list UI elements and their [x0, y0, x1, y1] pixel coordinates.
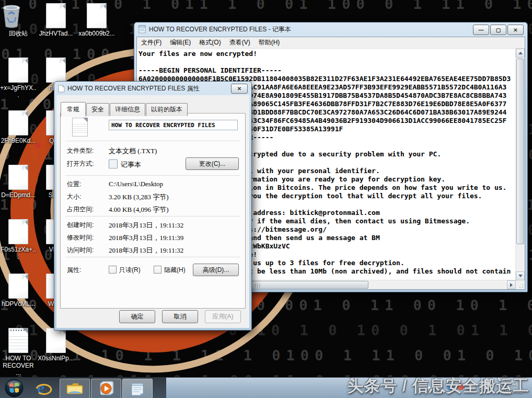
menu-item[interactable]: 编辑(E) — [166, 37, 195, 48]
menu-item[interactable]: 查看(V) — [225, 37, 255, 48]
general-tab-page: 文件类型: 文本文档 (.TXT) 打开方式: 记事本 更改(C)... 位置:… — [60, 113, 246, 309]
notepad-menubar: 文件(F)编辑(E)格式(O)查看(V)帮助(H) — [137, 37, 525, 49]
windows-explorer-button[interactable] — [60, 379, 90, 398]
open-with-label: 打开方式: — [67, 160, 94, 168]
tab-inactive[interactable]: 安全 — [86, 103, 109, 116]
desktop-icon-label: 2Fh9E0Kd... — [0, 137, 37, 144]
file-icon — [46, 3, 66, 28]
modified-label: 修改时间: — [67, 233, 94, 242]
file-icon — [8, 58, 28, 83]
desktop: 1 0 110 0 1 011 1 0 01 100 0 1 11 0 10 1… — [0, 0, 532, 398]
scroll-up-button[interactable] — [516, 49, 525, 58]
desktop-icon-label: F0s51zXa+... — [0, 246, 37, 260]
desktop-icon[interactable]: X0ssNnlPp... — [38, 328, 74, 362]
size-label: 大小: — [67, 192, 81, 201]
attributes-label: 属性: — [67, 266, 81, 275]
menu-item[interactable]: 格式(O) — [195, 37, 225, 48]
file-icon — [8, 165, 28, 190]
apply-button[interactable]: 应用(A) — [205, 310, 241, 323]
desktop-icon-label: JhzHVTad... — [38, 30, 74, 37]
close-button[interactable]: ✕ — [507, 25, 524, 35]
readonly-checkbox[interactable] — [109, 266, 117, 274]
maximize-button[interactable]: ▢ — [490, 25, 506, 35]
notepad-icon — [138, 25, 146, 33]
desktop-icon[interactable]: +x=JgFhYX... — [0, 58, 37, 99]
scroll-right-button[interactable] — [507, 280, 516, 289]
properties-dialog[interactable]: HOW TO RECOVER ENCRYPTED FILES 属性 ✕ 常规安全… — [54, 81, 252, 331]
cancel-button[interactable]: 取消 — [162, 310, 198, 323]
readonly-label: 只读(R) — [119, 266, 141, 274]
desktop-icon[interactable]: F0s51zXa+... — [0, 219, 37, 260]
desktop-icon[interactable]: hDPVcML... — [0, 274, 37, 308]
size-on-disk-label: 占用空间: — [67, 205, 94, 214]
file-type-label: 文件类型: — [67, 146, 94, 155]
created-value: 2018年3月13日，19:11:32 — [109, 221, 183, 230]
dialog-body: 常规安全详细信息以前的版本 文件类型: 文本文档 (.TXT) 打开方式: 记事… — [56, 95, 249, 328]
desktop-icon-label: HOW TO RECOVER ... — [0, 355, 37, 377]
desktop-icon-label: D=EDpmd... — [0, 191, 37, 199]
readonly-checkbox-group[interactable]: 只读(R) — [109, 266, 141, 275]
notepad-titlebar[interactable]: HOW TO RECOVER ENCRYPTED FILES - 记事本 — [134, 22, 527, 36]
internet-explorer-icon: e — [35, 380, 53, 396]
file-icon — [58, 85, 65, 93]
file-icon — [46, 328, 66, 353]
dialog-close-button[interactable]: ✕ — [231, 84, 248, 94]
open-with-value: 记事本 — [109, 160, 141, 169]
size-on-disk-value: 4.00 KB (4,096 字节) — [109, 205, 168, 214]
location-label: 位置: — [67, 180, 81, 189]
document-icon — [72, 118, 88, 137]
accessed-value: 2018年3月13日，19:11:32 — [109, 246, 183, 255]
menu-item[interactable]: 帮助(H) — [255, 37, 284, 48]
desktop-icon[interactable]: xa0b009b2... — [78, 3, 115, 37]
vertical-scrollbar[interactable] — [515, 49, 525, 280]
size-value: 3.20 KB (3,283 字节) — [109, 192, 168, 202]
desktop-icon[interactable]: 2Fh9E0Kd... — [0, 110, 37, 144]
start-button[interactable] — [2, 379, 27, 397]
desktop-icon[interactable]: 回收站 — [0, 3, 37, 37]
minimize-button[interactable]: — — [473, 25, 489, 35]
desktop-icon-label: hDPVcML... — [0, 300, 37, 308]
scroll-down-button[interactable] — [516, 271, 525, 280]
start-orb-icon — [5, 379, 24, 397]
tab-inactive[interactable]: 详细信息 — [110, 103, 145, 116]
accessed-label: 访问时间: — [67, 246, 94, 255]
file-type-value: 文本文档 (.TXT) — [109, 146, 157, 156]
notepad-taskbar-icon — [130, 381, 145, 396]
dialog-tabs: 常规安全详细信息以前的版本 — [61, 101, 188, 116]
tab-inactive[interactable]: 以前的版本 — [146, 103, 188, 116]
notepad-title: HOW TO RECOVER ENCRYPTED FILES - 记事本 — [149, 25, 291, 34]
desktop-icon-label: xa0b009b2... — [78, 30, 115, 37]
text-document-icon — [8, 328, 28, 353]
file-icon — [46, 58, 66, 83]
resize-grip[interactable] — [516, 280, 525, 289]
notepad-mini-icon — [109, 160, 118, 168]
dialog-titlebar[interactable]: HOW TO RECOVER ENCRYPTED FILES 属性 — [54, 82, 251, 95]
windows-media-player-button[interactable] — [91, 379, 121, 398]
notepad-taskbar-button[interactable] — [122, 379, 153, 398]
recycle-bin-icon — [0, 3, 23, 28]
windows-media-player-icon — [97, 381, 115, 396]
dialog-title: HOW TO RECOVER ENCRYPTED FILES 属性 — [67, 84, 200, 93]
file-icon — [8, 274, 28, 299]
hidden-checkbox[interactable] — [154, 266, 161, 274]
desktop-icon[interactable]: HOW TO RECOVER ... — [0, 328, 37, 377]
file-name-input[interactable] — [109, 120, 238, 130]
internet-explorer-button[interactable]: e — [31, 379, 56, 397]
ok-button[interactable]: 确定 — [119, 310, 155, 323]
advanced-button[interactable]: 高级(D)... — [193, 264, 239, 276]
desktop-icon-label: 回收站 — [0, 30, 37, 37]
windows-explorer-icon — [66, 381, 84, 396]
hidden-checkbox-group[interactable]: 隐藏(H) — [154, 266, 186, 275]
change-button[interactable]: 更改(C)... — [186, 157, 239, 170]
desktop-icon-label: +x=JgFhYX... — [0, 84, 37, 99]
menu-item[interactable]: 文件(F) — [137, 37, 166, 48]
desktop-icon[interactable]: D=EDpmd... — [0, 165, 37, 199]
desktop-icon[interactable]: JhzHVTad... — [38, 3, 74, 37]
vertical-scroll-thumb[interactable] — [516, 59, 524, 244]
modified-value: 2018年3月13日，19:11:39 — [109, 233, 183, 243]
file-icon — [8, 110, 28, 135]
watermark-text: 头条号 / 信息安全搬运工 — [347, 375, 529, 397]
location-value: C:\Users\L\Desktop — [109, 180, 163, 188]
file-icon — [87, 3, 107, 28]
tab-active[interactable]: 常规 — [61, 102, 86, 117]
